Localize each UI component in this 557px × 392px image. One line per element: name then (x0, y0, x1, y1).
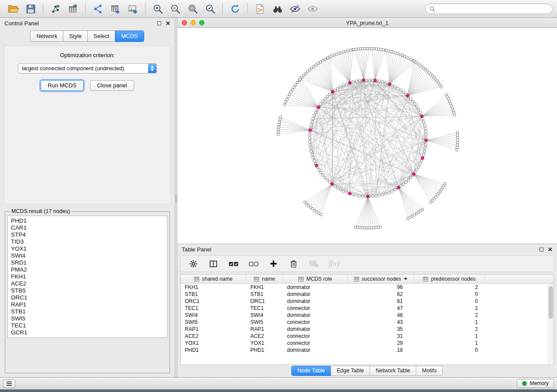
column-header-label: name (262, 276, 275, 282)
result-node[interactable]: GCR1 (11, 329, 164, 336)
table-cell: 0 (414, 291, 485, 297)
table-row[interactable]: SWI4SWI4dominator462 (181, 312, 554, 319)
table-cell: connector (283, 319, 348, 325)
table-row[interactable]: PHD1PHD1dominator180 (181, 347, 554, 354)
optimization-criterion-select[interactable]: largest connected component (undirected) (18, 63, 157, 73)
column-header-mcds-role[interactable]: MCDS role (283, 275, 348, 283)
table-toolbar-button-select-all[interactable] (228, 258, 239, 269)
result-node[interactable]: PHD1 (11, 217, 164, 224)
table-row[interactable]: ACE2ACE2connector311 (181, 333, 554, 340)
result-node[interactable]: STB1 (11, 308, 164, 315)
table-row[interactable]: ORC1ORC1dominator610 (181, 298, 554, 305)
column-header-name[interactable]: name (246, 275, 283, 283)
table-panel: Table Panel ✕ f(x) shared namenameMCDS r… (177, 244, 557, 377)
window-minimize-button[interactable] (190, 20, 196, 25)
result-node[interactable]: ORC1 (11, 294, 164, 301)
result-node[interactable]: PMA2 (11, 266, 164, 273)
window-close-button[interactable] (182, 20, 187, 25)
table-column-icon (298, 277, 304, 282)
toolbar-button-zoom-selected[interactable] (201, 2, 219, 16)
toolbar-separator (85, 3, 86, 14)
toolbar-button-export-image[interactable] (124, 2, 142, 16)
result-node[interactable]: SRD1 (11, 259, 164, 266)
table-row[interactable]: TEC1TEC1connector472 (181, 305, 554, 312)
table-cell: 2 (414, 326, 485, 332)
mcds-result-list[interactable]: PHD1CAR1STP4TID3YOX1SWI4SRD1PMA2FKH1ACE2… (7, 216, 167, 338)
result-node[interactable]: STB5 (11, 287, 164, 294)
network-window: YPA_prune.txt_1 (177, 18, 557, 244)
table-cell: 18 (348, 347, 414, 353)
toolbar-button-import-table[interactable] (64, 2, 82, 16)
result-node[interactable]: ACE2 (11, 280, 164, 287)
panel-splitter[interactable] (175, 18, 177, 377)
table-row[interactable]: FKH1FKH1dominator962 (181, 284, 554, 291)
tab-style[interactable]: Style (63, 31, 88, 42)
toolbar-button-zoom-out[interactable] (166, 2, 184, 16)
table-column-icon (194, 277, 199, 282)
table-toolbar-button-deselect-all[interactable] (248, 258, 259, 269)
global-search-box[interactable] (425, 3, 553, 14)
table-row[interactable]: SWI5SWI5connector431 (181, 319, 554, 326)
table-cell: 0 (414, 347, 485, 353)
toolbar-button-zoom-fit[interactable] (184, 2, 201, 16)
table-row[interactable]: STB1STB1dominator620 (181, 291, 554, 298)
table-panel-tabs: Node TableEdge TableNetwork TableMotifs (177, 365, 557, 377)
table-scrollbar[interactable] (548, 284, 554, 364)
panel-menu-button[interactable] (3, 379, 15, 388)
tab-mcds[interactable]: MCDS (115, 31, 144, 42)
close-panel-icon[interactable]: ✕ (166, 21, 170, 26)
tab-edge-table[interactable]: Edge Table (331, 366, 370, 376)
toolbar-button-preview-eye[interactable] (304, 2, 321, 16)
result-node[interactable]: STP4 (11, 231, 164, 238)
tab-network-table[interactable]: Network Table (370, 366, 416, 376)
window-zoom-button[interactable] (199, 20, 204, 25)
toolbar-button-share-document[interactable] (251, 2, 269, 16)
toolbar-button-visual-eye-slash[interactable] (286, 2, 304, 16)
column-header-successor-nodes[interactable]: successor nodes (348, 275, 414, 283)
toolbar-button-binoculars[interactable] (269, 2, 286, 16)
result-node[interactable]: SWI4 (11, 252, 164, 259)
table-row[interactable]: YOX1YOX1connector291 (181, 340, 554, 347)
result-node[interactable]: CAR1 (11, 224, 164, 231)
table-cell: SWI5 (181, 319, 246, 325)
toolbar-button-export-table[interactable] (107, 2, 124, 16)
result-node[interactable]: TID3 (11, 238, 164, 245)
toolbar-button-open-folder[interactable] (4, 2, 22, 16)
close-panel-button[interactable]: Close panel (90, 80, 134, 91)
tab-network[interactable]: Network (30, 31, 63, 42)
tab-select[interactable]: Select (87, 31, 115, 42)
table-toolbar-button-delete-row[interactable] (288, 258, 299, 269)
global-search-input[interactable] (438, 6, 548, 12)
float-table-panel-icon[interactable] (540, 248, 543, 251)
toolbar-button-save[interactable] (22, 2, 39, 16)
result-node[interactable]: SWI5 (11, 315, 164, 322)
table-row[interactable]: RAP1RAP1dominator352 (181, 326, 554, 333)
tab-motifs[interactable]: Motifs (416, 366, 443, 376)
table-toolbar-button-add-row[interactable] (268, 258, 279, 269)
float-panel-icon[interactable] (157, 21, 161, 25)
table-toolbar-button-toggle-columns[interactable] (208, 258, 218, 269)
toolbar-button-import-network[interactable] (47, 2, 64, 16)
run-mcds-button[interactable]: Run MCDS (41, 80, 83, 91)
table-cell: ACE2 (246, 333, 283, 339)
toolbar-separator (145, 3, 145, 14)
preview-eye-icon (307, 3, 318, 14)
table-toolbar-button-settings-gear[interactable] (188, 258, 198, 269)
close-table-panel-icon[interactable]: ✕ (548, 247, 553, 252)
result-node[interactable]: FKH1 (11, 273, 164, 280)
tab-node-table[interactable]: Node Table (291, 366, 331, 376)
node-table: shared namenameMCDS rolesuccessor nodesp… (180, 274, 554, 365)
scrollbar-thumb[interactable] (549, 286, 553, 319)
result-node[interactable]: RAP1 (11, 301, 164, 308)
binoculars-icon (272, 3, 283, 14)
result-node[interactable]: YOX1 (11, 245, 164, 252)
toolbar-button-export-network[interactable] (89, 2, 107, 16)
table-cell: 35 (348, 326, 414, 332)
column-header-predecessor-nodes[interactable]: predecessor nodes (414, 275, 485, 283)
memory-button[interactable]: Memory (517, 379, 554, 388)
result-node[interactable]: TEC1 (11, 322, 164, 329)
column-header-shared-name[interactable]: shared name (181, 275, 246, 283)
network-canvas[interactable] (177, 28, 557, 244)
toolbar-button-refresh[interactable] (226, 2, 244, 16)
toolbar-button-zoom-in[interactable] (149, 2, 166, 16)
